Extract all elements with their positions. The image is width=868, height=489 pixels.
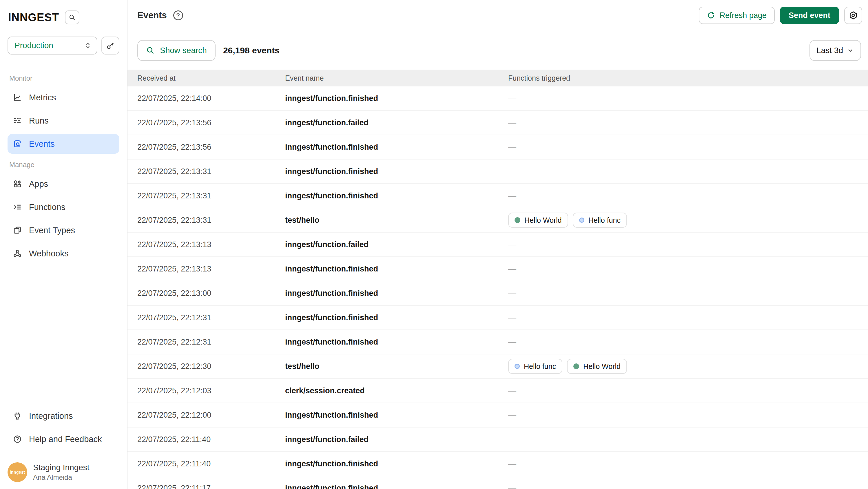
table-row[interactable]: 22/07/2025, 22:11:40 inngest/function.fa… bbox=[127, 428, 868, 452]
function-badge[interactable]: Hello func bbox=[573, 212, 627, 228]
column-header-event-name: Event name bbox=[285, 74, 508, 82]
event-keys-button[interactable] bbox=[101, 36, 119, 55]
cell-functions-triggered: — bbox=[508, 459, 868, 468]
no-functions-dash: — bbox=[508, 313, 516, 322]
table-row[interactable]: 22/07/2025, 22:13:13 inngest/function.fa… bbox=[127, 233, 868, 257]
table-row[interactable]: 22/07/2025, 22:13:00 inngest/function.fi… bbox=[127, 281, 868, 306]
cell-received-at: 22/07/2025, 22:13:00 bbox=[137, 289, 285, 298]
no-functions-dash: — bbox=[508, 191, 516, 200]
cell-received-at: 22/07/2025, 22:12:31 bbox=[137, 313, 285, 322]
cell-received-at: 22/07/2025, 22:13:31 bbox=[137, 167, 285, 176]
cell-event-name: inngest/function.failed bbox=[285, 435, 508, 444]
table-row[interactable]: 22/07/2025, 22:13:13 inngest/function.fi… bbox=[127, 257, 868, 281]
sidebar-item-event-types[interactable]: Event Types bbox=[7, 221, 119, 240]
send-event-label: Send event bbox=[788, 11, 830, 20]
no-functions-dash: — bbox=[508, 94, 516, 103]
refresh-page-button[interactable]: Refresh page bbox=[699, 7, 775, 24]
table-row[interactable]: 22/07/2025, 22:13:31 inngest/function.fi… bbox=[127, 184, 868, 208]
cell-event-name: inngest/function.finished bbox=[285, 484, 508, 489]
chevron-down-icon bbox=[846, 47, 854, 54]
main-content: Events ? Refresh page Send event bbox=[127, 0, 868, 489]
no-functions-dash: — bbox=[508, 410, 516, 420]
table-row[interactable]: 22/07/2025, 22:12:00 inngest/function.fi… bbox=[127, 403, 868, 428]
cell-event-name: inngest/function.finished bbox=[285, 143, 508, 152]
send-event-button[interactable]: Send event bbox=[780, 7, 839, 24]
cell-received-at: 22/07/2025, 22:13:56 bbox=[137, 143, 285, 152]
table-row[interactable]: 22/07/2025, 22:12:31 inngest/function.fi… bbox=[127, 330, 868, 354]
sidebar-item-runs[interactable]: Runs bbox=[7, 111, 119, 131]
page-help-icon[interactable]: ? bbox=[173, 10, 183, 20]
cell-functions-triggered: — bbox=[508, 289, 868, 298]
help-circle-icon bbox=[13, 434, 22, 444]
sidebar-footer: Integrations Help and Feedback inngest S… bbox=[0, 406, 127, 489]
cell-functions-triggered: — bbox=[508, 191, 868, 200]
sidebar-item-metrics[interactable]: Metrics bbox=[7, 88, 119, 107]
function-badge-label: Hello func bbox=[524, 362, 556, 371]
sidebar-item-functions[interactable]: Functions bbox=[7, 197, 119, 217]
cell-received-at: 22/07/2025, 22:13:56 bbox=[137, 118, 285, 127]
table-row[interactable]: 22/07/2025, 22:13:56 inngest/function.fa… bbox=[127, 111, 868, 135]
events-toolbar: Show search 26,198 events Last 3d bbox=[127, 31, 868, 69]
sidebar-item-help-and-feedback[interactable]: Help and Feedback bbox=[7, 429, 119, 449]
table-row[interactable]: 22/07/2025, 22:11:17 inngest/function.fi… bbox=[127, 476, 868, 489]
function-status-dot bbox=[515, 364, 520, 369]
key-icon bbox=[106, 41, 115, 50]
cell-event-name: test/hello bbox=[285, 362, 508, 371]
refresh-icon bbox=[707, 11, 715, 20]
sidebar-item-webhooks[interactable]: Webhooks bbox=[7, 243, 119, 263]
cell-functions-triggered: Hello WorldHello func bbox=[508, 212, 868, 228]
sidebar-item-apps[interactable]: Apps bbox=[7, 174, 119, 194]
integrations-plug-icon bbox=[13, 411, 22, 421]
cell-event-name: inngest/function.failed bbox=[285, 118, 508, 127]
global-search-button[interactable] bbox=[65, 10, 80, 24]
function-badge-label: Hello World bbox=[524, 216, 562, 225]
runs-list-icon bbox=[13, 116, 22, 125]
function-status-dot bbox=[515, 217, 520, 223]
table-row[interactable]: 22/07/2025, 22:13:31 inngest/function.fi… bbox=[127, 160, 868, 184]
table-row[interactable]: 22/07/2025, 22:13:31 test/hello Hello Wo… bbox=[127, 208, 868, 233]
no-functions-dash: — bbox=[508, 484, 516, 489]
cell-event-name: inngest/function.finished bbox=[285, 289, 508, 298]
table-row[interactable]: 22/07/2025, 22:11:40 inngest/function.fi… bbox=[127, 452, 868, 476]
cell-received-at: 22/07/2025, 22:12:31 bbox=[137, 338, 285, 347]
function-badge[interactable]: Hello World bbox=[508, 212, 568, 228]
sidebar-item-label: Webhooks bbox=[29, 249, 69, 258]
sidebar-item-label: Functions bbox=[29, 202, 65, 212]
cell-event-name: test/hello bbox=[285, 216, 508, 225]
sidebar-item-integrations[interactable]: Integrations bbox=[7, 406, 119, 426]
cell-functions-triggered: — bbox=[508, 386, 868, 395]
no-functions-dash: — bbox=[508, 264, 516, 274]
show-search-label: Show search bbox=[160, 46, 207, 55]
table-row[interactable]: 22/07/2025, 22:12:30 test/hello Hello fu… bbox=[127, 354, 868, 379]
cell-received-at: 22/07/2025, 22:12:03 bbox=[137, 386, 285, 395]
account-switcher[interactable]: inngest Staging Inngest Ana Almeida bbox=[7, 455, 119, 483]
show-search-button[interactable]: Show search bbox=[137, 40, 216, 61]
cell-functions-triggered: — bbox=[508, 118, 868, 127]
cell-received-at: 22/07/2025, 22:11:17 bbox=[137, 484, 285, 489]
cell-functions-triggered: — bbox=[508, 313, 868, 322]
function-badge[interactable]: Hello func bbox=[508, 359, 562, 374]
function-badge-label: Hello func bbox=[588, 216, 621, 225]
table-row[interactable]: 22/07/2025, 22:14:00 inngest/function.fi… bbox=[127, 86, 868, 111]
table-row[interactable]: 22/07/2025, 22:13:56 inngest/function.fi… bbox=[127, 135, 868, 160]
cell-received-at: 22/07/2025, 22:13:31 bbox=[137, 216, 285, 225]
nav-section-manage: Manage bbox=[7, 161, 119, 169]
cell-event-name: clerk/session.created bbox=[285, 386, 508, 395]
cell-event-name: inngest/function.failed bbox=[285, 240, 508, 249]
function-badge-label: Hello World bbox=[583, 362, 621, 371]
table-row[interactable]: 22/07/2025, 22:12:03 clerk/session.creat… bbox=[127, 379, 868, 403]
search-icon bbox=[69, 14, 75, 21]
time-range-label: Last 3d bbox=[816, 46, 843, 55]
cell-event-name: inngest/function.finished bbox=[285, 313, 508, 322]
function-badge[interactable]: Hello World bbox=[567, 359, 627, 374]
cell-received-at: 22/07/2025, 22:13:13 bbox=[137, 240, 285, 249]
table-row[interactable]: 22/07/2025, 22:12:31 inngest/function.fi… bbox=[127, 306, 868, 330]
events-table: Received at Event name Functions trigger… bbox=[127, 69, 868, 489]
sidebar-item-events[interactable]: Events bbox=[7, 134, 119, 154]
column-header-received-at: Received at bbox=[137, 74, 285, 82]
webhooks-icon bbox=[13, 249, 22, 258]
no-functions-dash: — bbox=[508, 386, 516, 395]
time-range-select[interactable]: Last 3d bbox=[809, 40, 861, 61]
environment-select[interactable]: Production bbox=[7, 36, 97, 55]
settings-button[interactable] bbox=[844, 7, 862, 24]
